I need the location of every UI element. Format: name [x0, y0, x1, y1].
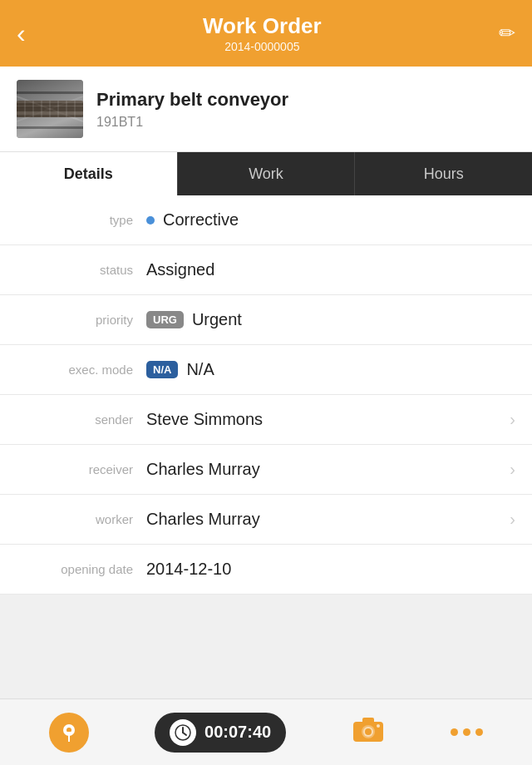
tab-hours[interactable]: Hours [355, 152, 532, 195]
timer-icon [170, 719, 196, 746]
asset-info: Primary belt conveyor 191BT1 [96, 88, 288, 131]
tabs-bar: Details Work Hours [0, 152, 532, 195]
type-text: Corrective [163, 210, 239, 230]
svg-point-23 [377, 724, 380, 728]
more-button[interactable] [451, 728, 483, 736]
asset-row: Primary belt conveyor 191BT1 [0, 67, 532, 152]
status-text: Assigned [146, 260, 214, 279]
type-value: Corrective [146, 210, 515, 230]
detail-row-priority: priority URG Urgent [0, 295, 532, 345]
type-dot [146, 216, 155, 225]
asset-name: Primary belt conveyor [96, 88, 288, 112]
exec-mode-value: N/A N/A [146, 360, 515, 379]
exec-mode-label: exec. mode [17, 363, 133, 377]
asset-code: 191BT1 [96, 115, 288, 130]
svg-rect-14 [68, 736, 70, 742]
detail-row-sender[interactable]: sender Steve Simmons › [0, 395, 532, 445]
detail-row-receiver[interactable]: receiver Charles Murray › [0, 445, 532, 495]
edit-button[interactable]: ✏ [499, 22, 515, 45]
svg-line-17 [183, 733, 186, 735]
receiver-value: Charles Murray [146, 460, 510, 479]
detail-row-exec-mode: exec. mode N/A N/A [0, 345, 532, 395]
bottom-bar: 00:07:40 [0, 698, 532, 765]
priority-label: priority [17, 313, 133, 327]
priority-text: Urgent [192, 310, 242, 329]
header: ‹ Work Order 2014-0000005 ✏ [0, 0, 532, 67]
svg-rect-22 [362, 718, 374, 723]
tab-work[interactable]: Work [178, 152, 356, 195]
header-center: Work Order 2014-0000005 [203, 13, 322, 52]
exec-mode-text: N/A [186, 360, 214, 379]
receiver-chevron: › [510, 460, 515, 479]
dot-2 [463, 728, 470, 736]
sender-label: sender [17, 412, 133, 427]
header-subtitle: 2014-0000005 [203, 40, 322, 53]
receiver-text: Charles Murray [146, 460, 260, 479]
priority-badge: URG [146, 311, 184, 328]
type-label: type [17, 213, 133, 227]
asset-image [17, 80, 83, 138]
dot-1 [451, 728, 458, 736]
details-section: type Corrective status Assigned priority… [0, 195, 532, 595]
svg-point-21 [365, 728, 372, 735]
detail-row-worker[interactable]: worker Charles Murray › [0, 495, 532, 545]
back-button[interactable]: ‹ [17, 20, 26, 47]
worker-label: worker [17, 512, 133, 526]
exec-mode-badge: N/A [146, 361, 178, 378]
sender-chevron: › [510, 410, 515, 429]
header-title: Work Order [203, 13, 322, 39]
camera-button[interactable] [352, 715, 385, 750]
worker-value: Charles Murray [146, 510, 510, 529]
detail-row-type: type Corrective [0, 195, 532, 245]
receiver-label: receiver [17, 462, 133, 476]
worker-chevron: › [510, 510, 515, 529]
opening-date-value: 2014-12-10 [146, 560, 515, 579]
worker-text: Charles Murray [146, 510, 260, 529]
tab-details[interactable]: Details [0, 152, 178, 195]
pin-icon [49, 713, 89, 753]
status-label: status [17, 263, 133, 277]
dot-3 [475, 728, 483, 736]
sender-value: Steve Simmons [146, 410, 510, 429]
status-value: Assigned [146, 260, 515, 279]
detail-row-status: status Assigned [0, 245, 532, 295]
sender-text: Steve Simmons [146, 410, 263, 429]
detail-row-opening-date: opening date 2014-12-10 [0, 545, 532, 595]
timer-display: 00:07:40 [204, 723, 271, 742]
pin-button[interactable] [49, 713, 89, 753]
timer-button[interactable]: 00:07:40 [155, 713, 286, 753]
priority-value: URG Urgent [146, 310, 515, 329]
opening-date-text: 2014-12-10 [146, 560, 231, 579]
opening-date-label: opening date [17, 562, 133, 576]
camera-icon [352, 715, 385, 750]
